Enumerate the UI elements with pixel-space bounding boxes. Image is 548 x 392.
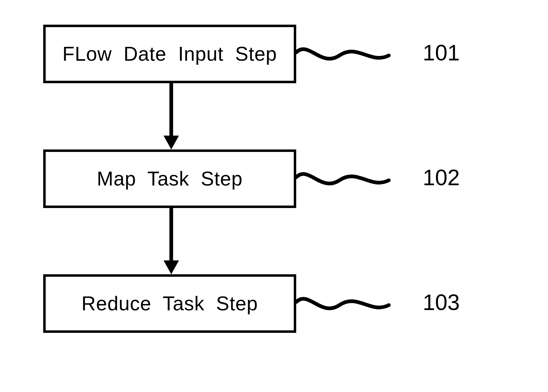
ref-label-102: 102 — [423, 165, 460, 190]
step-box-102: Map Task Step — [43, 149, 296, 208]
svg-marker-3 — [164, 260, 179, 274]
svg-marker-1 — [164, 136, 179, 149]
step-box-103: Reduce Task Step — [43, 274, 296, 333]
step-box-103-text: Reduce Task Step — [81, 292, 258, 315]
step-box-101: FLow Date Input Step — [43, 25, 296, 83]
ref-label-101: 101 — [423, 40, 460, 65]
arrow-102-to-103 — [167, 208, 176, 276]
ref-label-103: 103 — [423, 290, 460, 315]
leader-line-103 — [296, 293, 395, 321]
flowchart-canvas: FLow Date Input Step Map Task Step Reduc… — [0, 0, 548, 392]
step-box-102-text: Map Task Step — [97, 167, 243, 190]
leader-line-101 — [296, 43, 395, 71]
leader-line-102 — [296, 168, 395, 196]
step-box-101-text: FLow Date Input Step — [62, 43, 277, 65]
arrow-101-to-102 — [167, 83, 176, 151]
